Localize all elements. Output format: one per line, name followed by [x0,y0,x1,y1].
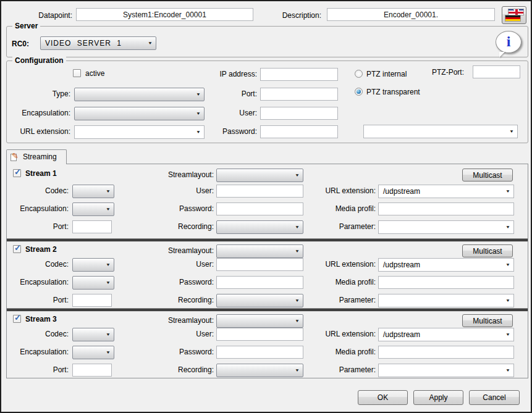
stream-2-streamlayout-dropdown[interactable]: ▼ [216,244,303,258]
password-label: Password: [118,204,214,214]
description-field[interactable] [327,8,495,21]
stream-3-multicast-button[interactable]: Multicast [462,314,513,327]
stream-3-title: Stream 3 [25,315,57,324]
user-label: User: [118,186,214,196]
stream-2-url-extension-combo[interactable]: /udpstream ▼ [378,258,514,272]
ptz-port-field[interactable] [473,65,520,78]
stream-1-url-extension-combo[interactable]: /udpstream ▼ [378,185,514,198]
ptz-internal-radio[interactable] [355,70,363,78]
password-label: Password: [118,348,214,357]
stream-2-port-field[interactable] [72,294,112,307]
ptz-internal-label: PTZ internal [366,70,407,79]
stream-3-encapsulation-dropdown[interactable]: ▼ [72,346,114,359]
server-groupbox: Server RC0: VIDEO SERVER 1 ▼ i [6,26,528,57]
stream-1-password-field[interactable] [216,202,303,215]
apply-button[interactable]: Apply [413,390,463,405]
stream-2-recording-dropdown[interactable]: ▼ [216,294,303,307]
recording-label: Recording: [118,296,214,305]
stream-2-user-field[interactable] [216,258,303,271]
encapsulation-label: Encapsulation: [7,278,69,287]
ip-address-field[interactable] [260,68,338,81]
ok-button[interactable]: OK [358,390,408,405]
stream-2-media-profil-field[interactable] [378,276,514,289]
stream-3-recording-dropdown[interactable]: ▼ [216,364,303,377]
stream-1-user-field[interactable] [216,185,303,198]
stream-3-port-field[interactable] [72,364,112,377]
user-label: User: [118,260,214,269]
type-dropdown[interactable]: ▼ [74,88,205,101]
streamlayout-label: Streamlayout: [118,170,214,180]
encapsulation-label: Encapsulation: [7,109,70,118]
chevron-down-icon: ▼ [505,298,510,302]
stream-1-encapsulation-dropdown[interactable]: ▼ [72,202,114,216]
cancel-button[interactable]: Cancel [469,390,520,405]
url-extension-combo[interactable]: ▼ [74,125,205,139]
type-label: Type: [7,90,70,99]
password-label: Password: [118,278,214,287]
rc0-server-value: VIDEO SERVER 1 [45,39,122,48]
stream-1-checkbox[interactable]: ✓ [13,169,21,177]
tab-streaming[interactable]: ✎ Streaming [6,149,67,164]
streamlayout-label: Streamlayout: [118,246,214,256]
stream-1-streamlayout-dropdown[interactable]: ▼ [216,169,303,182]
info-bubble-icon[interactable]: i [496,31,521,53]
stream-3-user-field[interactable] [216,328,303,341]
tab-streaming-label: Streaming [23,152,57,162]
stream-1-parameter-combo[interactable]: ▼ [378,220,514,234]
rc0-server-dropdown[interactable]: VIDEO SERVER 1 ▼ [40,36,156,50]
stream-1-port-field[interactable] [72,220,112,233]
stream-2-multicast-button[interactable]: Multicast [462,244,513,257]
url-extension-label: URL extension: [303,186,376,196]
stream-3-checkbox[interactable]: ✓ [13,315,21,323]
port-label: Port: [7,296,69,305]
ptz-transparent-label: PTZ transparent [366,88,420,97]
extra-combo[interactable]: ▼ [363,125,518,138]
stream-1-recording-dropdown[interactable]: ▼ [216,220,303,234]
url-extension-label: URL extension: [303,330,376,339]
stream-1-title: Stream 1 [25,169,57,178]
encapsulation-dropdown[interactable]: ▼ [74,107,205,120]
chevron-down-icon: ▼ [295,298,300,302]
stream-3-streamlayout-dropdown[interactable]: ▼ [216,314,303,328]
chevron-down-icon: ▼ [295,249,300,253]
stream-3-url-extension-combo[interactable]: /udpstream ▼ [378,328,514,341]
stream-3-parameter-combo[interactable]: ▼ [378,364,514,377]
stream-2-encapsulation-dropdown[interactable]: ▼ [72,276,114,290]
stream-2-parameter-combo[interactable]: ▼ [378,294,514,307]
stream-1-media-profil-field[interactable] [378,202,514,215]
language-toggle-button[interactable] [502,6,526,24]
user-field[interactable] [260,107,338,120]
datapoint-field[interactable] [76,8,253,21]
chevron-down-icon: ▼ [505,368,510,372]
stream-1-codec-dropdown[interactable]: ▼ [72,185,114,198]
chevron-down-icon: ▼ [106,280,111,285]
rc0-label: RC0: [12,40,29,49]
stream-3-codec-dropdown[interactable]: ▼ [72,328,114,341]
server-group-title: Server [12,22,40,30]
stream-2-codec-dropdown[interactable]: ▼ [72,258,114,272]
ptz-port-label: PTZ-Port: [432,68,464,77]
stream-2-section: ✓ Stream 2 Streamlayout: ▼ Multicast Cod… [7,242,528,308]
stream-2-password-field[interactable] [216,276,303,289]
encoder-config-dialog: Datapoint: Description: Server RC0: VIDE… [0,0,532,413]
stream-1-multicast-button[interactable]: Multicast [462,169,513,181]
password-field[interactable] [260,125,338,138]
stream-3-section: ✓ Stream 3 Streamlayout: ▼ Multicast Cod… [7,312,528,378]
chevron-down-icon: ▼ [505,262,510,267]
port-field[interactable] [260,88,338,101]
chevron-down-icon: ▼ [505,332,510,336]
chevron-down-icon: ▼ [106,189,111,193]
stream-3-media-profil-field[interactable] [378,346,514,359]
password-label: Password: [192,127,257,136]
stream-2-checkbox[interactable]: ✓ [13,245,21,253]
media-profil-label: Media profil: [303,348,376,357]
ptz-transparent-radio[interactable] [355,88,363,96]
active-checkbox[interactable]: ✓ [73,69,81,77]
recording-label: Recording: [118,365,214,375]
streaming-panel: ✓ Stream 1 Streamlayout: ▼ Multicast Cod… [6,164,528,378]
chevron-down-icon: ▼ [509,129,514,133]
chevron-down-icon: ▼ [295,173,300,177]
stream-3-password-field[interactable] [216,346,303,359]
recording-label: Recording: [118,222,214,232]
german-flag-icon [505,15,521,22]
